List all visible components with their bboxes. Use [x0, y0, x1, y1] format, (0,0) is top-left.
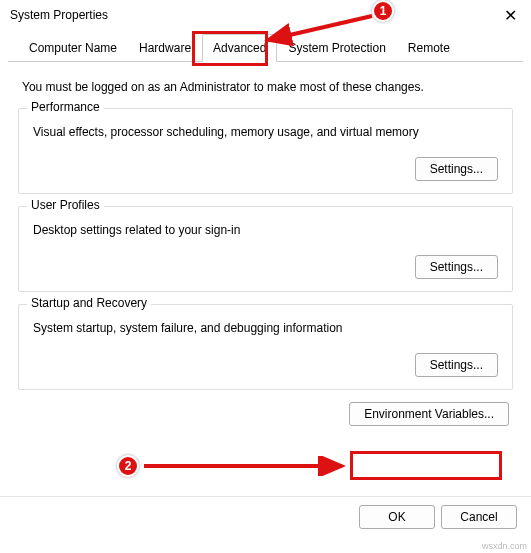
performance-settings-button[interactable]: Settings... [415, 157, 498, 181]
watermark: wsxdn.com [482, 541, 527, 551]
annotation-highlight-env-vars [350, 451, 502, 480]
group-startup-desc: System startup, system failure, and debu… [29, 321, 502, 353]
group-startup-recovery: Startup and Recovery System startup, sys… [18, 304, 513, 390]
tab-advanced[interactable]: Advanced [202, 34, 277, 62]
window-title: System Properties [10, 8, 108, 22]
group-performance: Performance Visual effects, processor sc… [18, 108, 513, 194]
dialog-button-row: OK Cancel [0, 496, 531, 537]
tab-hardware[interactable]: Hardware [128, 34, 202, 61]
group-performance-desc: Visual effects, processor scheduling, me… [29, 125, 502, 157]
titlebar: System Properties ✕ [0, 0, 531, 30]
environment-variables-button[interactable]: Environment Variables... [349, 402, 509, 426]
tab-content: You must be logged on as an Administrato… [0, 62, 531, 438]
group-startup-legend: Startup and Recovery [27, 296, 151, 310]
annotation-marker-2: 2 [117, 455, 139, 477]
group-user-profiles-legend: User Profiles [27, 198, 104, 212]
ok-button[interactable]: OK [359, 505, 435, 529]
tab-computer-name[interactable]: Computer Name [18, 34, 128, 61]
tab-system-protection[interactable]: System Protection [277, 34, 396, 61]
user-profiles-settings-button[interactable]: Settings... [415, 255, 498, 279]
annotation-arrow-2 [140, 456, 350, 476]
group-user-profiles-desc: Desktop settings related to your sign-in [29, 223, 502, 255]
startup-settings-button[interactable]: Settings... [415, 353, 498, 377]
group-performance-legend: Performance [27, 100, 104, 114]
tab-remote[interactable]: Remote [397, 34, 461, 61]
close-icon[interactable]: ✕ [498, 6, 523, 25]
group-user-profiles: User Profiles Desktop settings related t… [18, 206, 513, 292]
tab-strip: Computer Name Hardware Advanced System P… [8, 34, 523, 62]
cancel-button[interactable]: Cancel [441, 505, 517, 529]
